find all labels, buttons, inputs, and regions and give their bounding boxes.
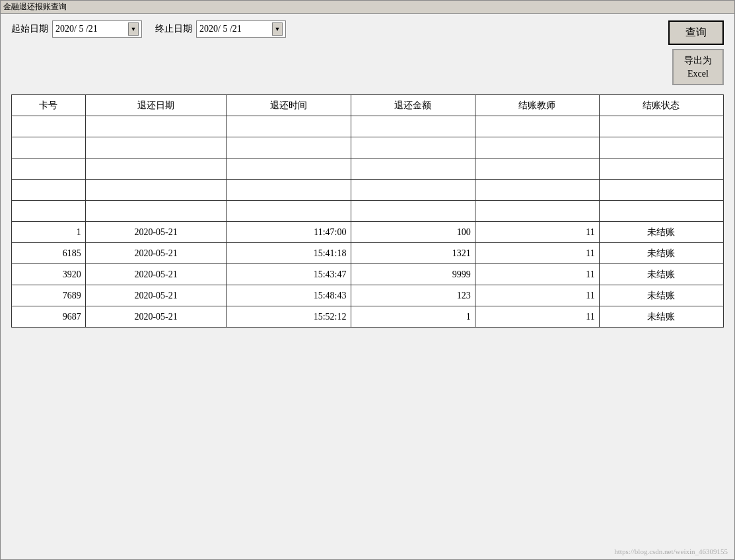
export-button[interactable]: 导出为 Excel (672, 49, 724, 85)
start-date-field[interactable]: ▼ (52, 20, 142, 38)
col-header-card: 卡号 (12, 95, 86, 116)
export-line1: 导出为 (684, 55, 712, 65)
col-header-teacher: 结账教师 (475, 95, 599, 116)
cell-status: 未结账 (599, 285, 723, 306)
cell-date: 2020-05-21 (85, 306, 227, 328)
col-header-status: 结账状态 (599, 95, 723, 116)
cell-teacher: 11 (475, 264, 599, 285)
table-row: 1 2020-05-21 11:47:00 100 11 未结账 (12, 222, 724, 243)
table-row: 6185 2020-05-21 15:41:18 1321 11 未结账 (12, 243, 724, 264)
cell-teacher: 11 (475, 222, 599, 243)
cell-card: 3920 (12, 264, 86, 285)
cell-teacher: 11 (475, 306, 599, 328)
end-date-input[interactable] (199, 24, 272, 34)
table-header-row: 卡号 退还日期 退还时间 退还金额 结账教师 结账状态 (12, 95, 724, 116)
start-date-input[interactable] (55, 24, 128, 34)
cell-time: 15:48:43 (227, 285, 351, 306)
cell-card: 1 (12, 222, 86, 243)
watermark: https://blog.csdn.net/weixin_46309155 (614, 547, 728, 555)
cell-status: 未结账 (599, 243, 723, 264)
end-date-dropdown[interactable]: ▼ (272, 22, 283, 36)
col-header-amount: 退还金额 (351, 95, 475, 116)
end-date-label: 终止日期 (155, 23, 192, 35)
table-row (12, 116, 724, 137)
window-title: 金融退还报账查询 (3, 1, 67, 13)
cell-card: 6185 (12, 243, 86, 264)
cell-date: 2020-05-21 (85, 222, 227, 243)
cell-time: 15:41:18 (227, 243, 351, 264)
data-table: 卡号 退还日期 退还时间 退还金额 结账教师 结账状态 1 2020-05-21 (11, 94, 724, 328)
cell-date: 2020-05-21 (85, 285, 227, 306)
table-row: 7689 2020-05-21 15:48:43 123 11 未结账 (12, 285, 724, 306)
start-date-label: 起始日期 (11, 23, 48, 35)
table-row: 9687 2020-05-21 15:52:12 1 11 未结账 (12, 306, 724, 328)
cell-amount: 100 (351, 222, 475, 243)
query-button[interactable]: 查询 (668, 20, 724, 45)
cell-date: 2020-05-21 (85, 243, 227, 264)
cell-amount: 9999 (351, 264, 475, 285)
col-header-time: 退还时间 (227, 95, 351, 116)
end-date-field[interactable]: ▼ (196, 20, 286, 38)
cell-amount: 1 (351, 306, 475, 328)
cell-teacher: 11 (475, 243, 599, 264)
cell-amount: 1321 (351, 243, 475, 264)
cell-teacher: 11 (475, 285, 599, 306)
export-line2: Excel (687, 69, 709, 79)
cell-status: 未结账 (599, 264, 723, 285)
col-header-date: 退还日期 (85, 95, 227, 116)
cell-status: 未结账 (599, 306, 723, 328)
table-row (12, 180, 724, 201)
cell-card: 9687 (12, 306, 86, 328)
cell-amount: 123 (351, 285, 475, 306)
start-date-dropdown[interactable]: ▼ (128, 22, 139, 36)
table-row (12, 137, 724, 158)
cell-time: 11:47:00 (227, 222, 351, 243)
cell-time: 15:43:47 (227, 264, 351, 285)
table-row: 3920 2020-05-21 15:43:47 9999 11 未结账 (12, 264, 724, 285)
cell-time: 15:52:12 (227, 306, 351, 328)
cell-status: 未结账 (599, 222, 723, 243)
cell-card: 7689 (12, 285, 86, 306)
table-row (12, 201, 724, 222)
cell-date: 2020-05-21 (85, 264, 227, 285)
table-row (12, 158, 724, 180)
